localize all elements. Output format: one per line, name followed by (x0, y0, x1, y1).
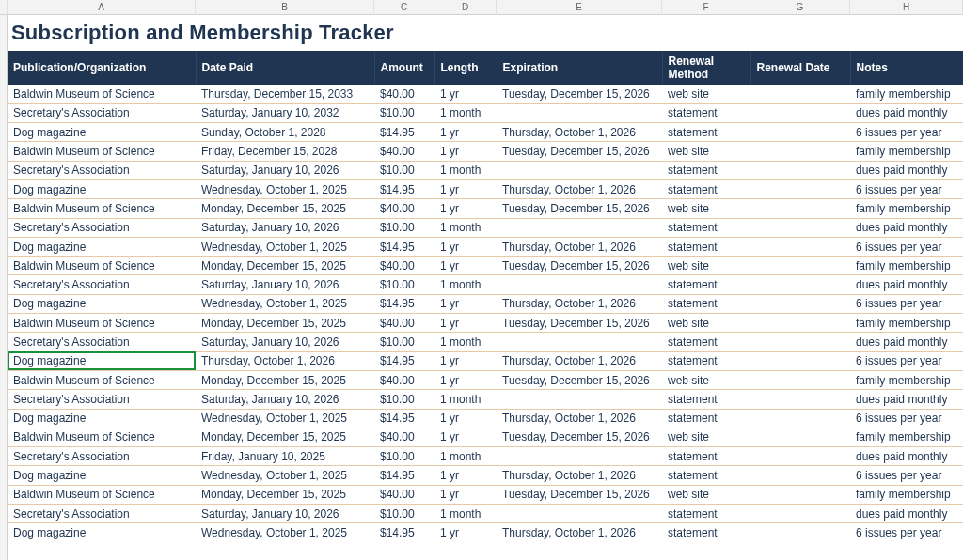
cell-org[interactable]: Dog magazine (8, 351, 196, 370)
cell-amount[interactable]: $40.00 (374, 85, 434, 103)
cell-notes[interactable]: family membership (850, 199, 963, 218)
cell-org[interactable]: Dog magazine (8, 123, 196, 142)
cell-expiration[interactable] (497, 275, 662, 294)
cell-expiration[interactable]: Thursday, October 1, 2026 (497, 179, 662, 198)
cell-length[interactable]: 1 yr (434, 85, 497, 103)
table-row[interactable]: Secretary's AssociationSaturday, January… (8, 505, 963, 523)
cell-renewal-date[interactable] (750, 314, 850, 333)
cell-renewal-method[interactable]: web site (662, 370, 750, 389)
cell-renewal-date[interactable] (750, 409, 850, 428)
cell-expiration[interactable]: Thursday, October 1, 2026 (497, 523, 662, 542)
cell-renewal-method[interactable]: statement (662, 390, 750, 409)
cell-org[interactable]: Baldwin Museum of Science (8, 199, 196, 218)
cell-date-paid[interactable]: Saturday, January 10, 2026 (196, 333, 374, 351)
cell-date-paid[interactable]: Monday, December 15, 2025 (196, 257, 374, 275)
table-row[interactable]: Secretary's AssociationSaturday, January… (8, 275, 963, 294)
cell-date-paid[interactable]: Saturday, January 10, 2026 (196, 505, 374, 523)
cell-expiration[interactable]: Tuesday, December 15, 2026 (497, 370, 662, 389)
col-header-C[interactable]: C (374, 0, 434, 15)
col-header-H[interactable]: H (850, 0, 963, 15)
cell-date-paid[interactable]: Thursday, December 15, 2033 (196, 85, 374, 103)
cell-renewal-method[interactable]: web site (662, 485, 750, 504)
cell-renewal-date[interactable] (750, 523, 850, 542)
table-row[interactable]: Dog magazineWednesday, October 1, 2025$1… (8, 409, 963, 428)
cell-amount[interactable]: $10.00 (374, 103, 434, 122)
cell-org[interactable]: Secretary's Association (8, 447, 196, 466)
cell-date-paid[interactable]: Friday, December 15, 2028 (196, 142, 374, 161)
cell-org[interactable]: Baldwin Museum of Science (8, 314, 196, 333)
th-expiration[interactable]: Expiration (497, 51, 662, 85)
cell-length[interactable]: 1 month (434, 333, 497, 351)
cell-amount[interactable]: $14.95 (374, 351, 434, 370)
cell-date-paid[interactable]: Monday, December 15, 2025 (196, 199, 374, 218)
cell-date-paid[interactable]: Saturday, January 10, 2026 (196, 218, 374, 237)
cell-renewal-date[interactable] (750, 333, 850, 351)
cell-expiration[interactable]: Thursday, October 1, 2026 (497, 237, 662, 256)
table-row[interactable]: Dog magazineWednesday, October 1, 2025$1… (8, 294, 963, 313)
cell-notes[interactable]: dues paid monthly (850, 218, 963, 237)
cell-renewal-date[interactable] (750, 218, 850, 237)
cell-renewal-date[interactable] (750, 351, 850, 370)
cell-expiration[interactable] (497, 390, 662, 409)
table-row[interactable]: Dog magazineWednesday, October 1, 2025$1… (8, 523, 963, 542)
cell-notes[interactable]: family membership (850, 257, 963, 275)
table-row[interactable]: Dog magazineThursday, October 1, 2026$14… (8, 351, 963, 370)
cell-amount[interactable]: $14.95 (374, 123, 434, 142)
cell-org[interactable]: Dog magazine (8, 294, 196, 313)
cell-renewal-method[interactable]: web site (662, 257, 750, 275)
cell-notes[interactable]: dues paid monthly (850, 275, 963, 294)
table-row[interactable]: Dog magazineSunday, October 1, 2028$14.9… (8, 123, 963, 142)
cell-length[interactable]: 1 yr (434, 409, 497, 428)
cell-renewal-method[interactable]: statement (662, 409, 750, 428)
cell-expiration[interactable] (497, 447, 662, 466)
cell-date-paid[interactable]: Sunday, October 1, 2028 (196, 123, 374, 142)
cell-length[interactable]: 1 yr (434, 257, 497, 275)
cell-notes[interactable]: 6 issues per year (850, 123, 963, 142)
cell-notes[interactable]: dues paid monthly (850, 447, 963, 466)
col-header-E[interactable]: E (497, 0, 662, 15)
cell-org[interactable]: Dog magazine (8, 237, 196, 256)
cell-amount[interactable]: $14.95 (374, 466, 434, 485)
cell-length[interactable]: 1 yr (434, 142, 497, 161)
cell-date-paid[interactable]: Wednesday, October 1, 2025 (196, 523, 374, 542)
table-row[interactable]: Baldwin Museum of ScienceMonday, Decembe… (8, 257, 963, 275)
cell-org[interactable]: Dog magazine (8, 466, 196, 485)
cell-org[interactable]: Dog magazine (8, 523, 196, 542)
cell-renewal-date[interactable] (750, 257, 850, 275)
table-row[interactable]: Dog magazineWednesday, October 1, 2025$1… (8, 237, 963, 256)
cell-notes[interactable]: 6 issues per year (850, 179, 963, 198)
cell-renewal-date[interactable] (750, 370, 850, 389)
cell-renewal-date[interactable] (750, 275, 850, 294)
cell-amount[interactable]: $40.00 (374, 428, 434, 446)
cell-notes[interactable]: 6 issues per year (850, 409, 963, 428)
col-header-D[interactable]: D (434, 0, 497, 15)
cell-renewal-method[interactable]: statement (662, 237, 750, 256)
cell-renewal-date[interactable] (750, 85, 850, 103)
cell-renewal-method[interactable]: statement (662, 103, 750, 122)
cell-expiration[interactable]: Tuesday, December 15, 2026 (497, 85, 662, 103)
cell-length[interactable]: 1 yr (434, 428, 497, 446)
cell-notes[interactable]: 6 issues per year (850, 294, 963, 313)
cell-renewal-date[interactable] (750, 505, 850, 523)
cell-amount[interactable]: $14.95 (374, 294, 434, 313)
cell-expiration[interactable]: Tuesday, December 15, 2026 (497, 314, 662, 333)
cell-amount[interactable]: $40.00 (374, 485, 434, 504)
cell-renewal-date[interactable] (750, 294, 850, 313)
cell-renewal-method[interactable]: statement (662, 466, 750, 485)
cell-notes[interactable]: dues paid monthly (850, 505, 963, 523)
cell-notes[interactable]: family membership (850, 485, 963, 504)
cell-renewal-date[interactable] (750, 428, 850, 446)
table-row[interactable]: Secretary's AssociationSaturday, January… (8, 390, 963, 409)
cell-date-paid[interactable]: Saturday, January 10, 2032 (196, 103, 374, 122)
cell-org[interactable]: Baldwin Museum of Science (8, 257, 196, 275)
cell-expiration[interactable]: Thursday, October 1, 2026 (497, 466, 662, 485)
cell-date-paid[interactable]: Wednesday, October 1, 2025 (196, 237, 374, 256)
cell-renewal-method[interactable]: statement (662, 161, 750, 179)
cell-expiration[interactable]: Thursday, October 1, 2026 (497, 409, 662, 428)
cell-amount[interactable]: $40.00 (374, 257, 434, 275)
cell-expiration[interactable]: Thursday, October 1, 2026 (497, 294, 662, 313)
cell-notes[interactable]: dues paid monthly (850, 333, 963, 351)
cell-amount[interactable]: $40.00 (374, 142, 434, 161)
table-row[interactable]: Baldwin Museum of ScienceMonday, Decembe… (8, 314, 963, 333)
cell-length[interactable]: 1 yr (434, 179, 497, 198)
